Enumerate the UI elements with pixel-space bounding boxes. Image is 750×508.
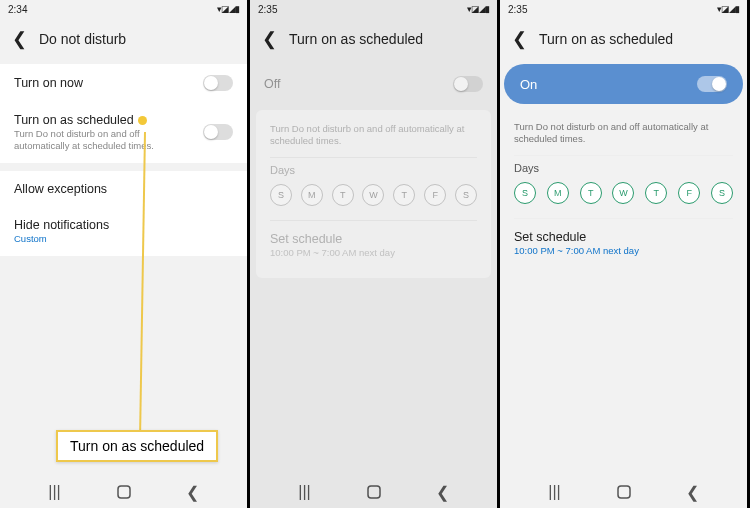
label: Turn on now: [14, 76, 193, 90]
status-bar: 2:34 ▾◪◢▮: [0, 0, 247, 18]
label: Turn on as scheduled: [14, 113, 193, 127]
day-sat[interactable]: S: [711, 182, 733, 204]
card-schedule: Turn Do not disturb on and off automatic…: [500, 114, 747, 276]
day-thu: T: [393, 184, 415, 206]
back-nav-icon[interactable]: ❮: [184, 483, 202, 501]
status-icons: ▾◪◢▮: [717, 4, 739, 14]
phone-screen-3: 2:35 ▾◪◢▮ ❮ Turn on as scheduled On Turn…: [500, 0, 750, 508]
highlight-dot-icon: [138, 116, 147, 125]
svg-rect-3: [618, 486, 630, 498]
label: Allow exceptions: [14, 182, 107, 196]
content: Turn on now Turn on as scheduled Turn Do…: [0, 64, 247, 476]
header: ❮ Turn on as scheduled: [250, 18, 497, 64]
nav-bar: ||| ❮: [0, 476, 247, 508]
content: Off Turn Do not disturb on and off autom…: [250, 64, 497, 476]
nav-bar: ||| ❮: [500, 476, 747, 508]
day-mon[interactable]: M: [547, 182, 569, 204]
status-icons: ▾◪◢▮: [217, 4, 239, 14]
helper-text: Turn Do not disturb on and off automatic…: [270, 123, 477, 147]
svg-rect-2: [368, 486, 380, 498]
status-bar: 2:35 ▾◪◢▮: [500, 0, 747, 18]
home-icon[interactable]: [115, 483, 133, 501]
card-exceptions: Allow exceptions Hide notifications Cust…: [0, 171, 247, 256]
days-label: Days: [256, 158, 491, 184]
days-row: S M T W T F S: [500, 182, 747, 218]
status-bar: 2:35 ▾◪◢▮: [250, 0, 497, 18]
label: Hide notifications: [14, 218, 233, 232]
header: ❮ Turn on as scheduled: [500, 18, 747, 64]
sublabel: 10:00 PM ~ 7:00 AM next day: [270, 247, 477, 259]
day-mon: M: [301, 184, 323, 206]
back-icon[interactable]: ❮: [512, 28, 527, 50]
home-icon[interactable]: [615, 483, 633, 501]
helper-text: Turn Do not disturb on and off automatic…: [514, 121, 733, 145]
nav-bar: ||| ❮: [250, 476, 497, 508]
day-sun: S: [270, 184, 292, 206]
phone-screen-1: 2:34 ▾◪◢▮ ❮ Do not disturb Turn on now T…: [0, 0, 250, 508]
clock: 2:35: [258, 4, 277, 15]
day-wed[interactable]: W: [612, 182, 634, 204]
recents-icon[interactable]: |||: [546, 483, 564, 501]
toggle-scheduled[interactable]: [203, 124, 233, 140]
page-title: Turn on as scheduled: [539, 31, 673, 47]
master-toggle-row[interactable]: On: [504, 64, 743, 104]
sublabel: Custom: [14, 233, 233, 245]
status-icons: ▾◪◢▮: [467, 4, 489, 14]
toggle-state-label: On: [520, 77, 537, 92]
master-toggle[interactable]: [697, 76, 727, 92]
clock: 2:34: [8, 4, 27, 15]
day-tue[interactable]: T: [580, 182, 602, 204]
phone-screen-2: 2:35 ▾◪◢▮ ❮ Turn on as scheduled Off Tur…: [250, 0, 500, 508]
sublabel: 10:00 PM ~ 7:00 AM next day: [514, 245, 733, 257]
row-turn-on-now[interactable]: Turn on now: [0, 64, 247, 102]
day-fri: F: [424, 184, 446, 206]
day-thu[interactable]: T: [645, 182, 667, 204]
recents-icon[interactable]: |||: [46, 483, 64, 501]
row-turn-on-scheduled[interactable]: Turn on as scheduled Turn Do not disturb…: [0, 102, 247, 163]
label: Set schedule: [270, 232, 477, 246]
card-dnd-toggles: Turn on now Turn on as scheduled Turn Do…: [0, 64, 247, 163]
row-hide-notifications[interactable]: Hide notifications Custom: [0, 207, 247, 256]
label: Set schedule: [514, 230, 733, 244]
toggle-state-label: Off: [264, 77, 280, 91]
row-set-schedule: Set schedule 10:00 PM ~ 7:00 AM next day: [256, 221, 491, 270]
master-toggle-row[interactable]: Off: [250, 64, 497, 104]
day-wed: W: [362, 184, 384, 206]
page-title: Do not disturb: [39, 31, 126, 47]
days-row: S M T W T F S: [256, 184, 491, 220]
back-icon[interactable]: ❮: [262, 28, 277, 50]
toggle-turn-on-now[interactable]: [203, 75, 233, 91]
clock: 2:35: [508, 4, 527, 15]
back-icon[interactable]: ❮: [12, 28, 27, 50]
card-schedule: Turn Do not disturb on and off automatic…: [256, 110, 491, 278]
header: ❮ Do not disturb: [0, 18, 247, 64]
content: On Turn Do not disturb on and off automa…: [500, 64, 747, 476]
master-toggle[interactable]: [453, 76, 483, 92]
sublabel: Turn Do not disturb on and off automatic…: [14, 128, 193, 152]
row-set-schedule[interactable]: Set schedule 10:00 PM ~ 7:00 AM next day: [500, 219, 747, 268]
callout-label: Turn on as scheduled: [56, 430, 218, 462]
day-sun[interactable]: S: [514, 182, 536, 204]
back-nav-icon[interactable]: ❮: [434, 483, 452, 501]
home-icon[interactable]: [365, 483, 383, 501]
days-label: Days: [500, 156, 747, 182]
row-allow-exceptions[interactable]: Allow exceptions: [0, 171, 247, 207]
day-tue: T: [332, 184, 354, 206]
svg-rect-0: [118, 486, 130, 498]
recents-icon[interactable]: |||: [296, 483, 314, 501]
page-title: Turn on as scheduled: [289, 31, 423, 47]
back-nav-icon[interactable]: ❮: [684, 483, 702, 501]
day-sat: S: [455, 184, 477, 206]
day-fri[interactable]: F: [678, 182, 700, 204]
